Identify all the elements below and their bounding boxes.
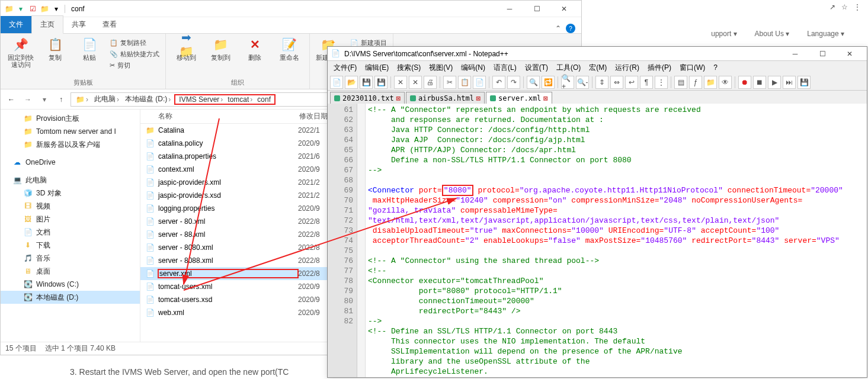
minimize-button[interactable]: ─ <box>496 1 523 17</box>
print-icon[interactable]: 🖨 <box>424 76 437 89</box>
paste-icon[interactable]: 📄 <box>473 76 486 89</box>
replace-icon[interactable]: 🔁 <box>542 76 555 89</box>
save-all-icon[interactable]: 💾 <box>374 76 387 89</box>
crumb-root[interactable]: 📁 › <box>73 95 91 104</box>
func-list-icon[interactable]: ƒ <box>689 76 702 89</box>
qat-checkbox[interactable]: ☑ <box>28 4 37 14</box>
close-button[interactable]: ✕ <box>836 46 863 62</box>
cut-button[interactable]: ✂ 剪切 <box>110 61 159 70</box>
crumb-tomcat[interactable]: tomcat › <box>225 95 255 104</box>
wordwrap-icon[interactable]: ↩ <box>625 76 638 89</box>
menu-item[interactable]: 视图(V) <box>425 62 456 74</box>
play-macro-icon[interactable]: ▶ <box>768 76 781 89</box>
copy-button[interactable]: 📋复制 <box>41 36 69 61</box>
indent-guide-icon[interactable]: ⋮ <box>655 76 668 89</box>
kebab-icon[interactable]: ⋮ <box>854 3 861 11</box>
crumb-pc[interactable]: 此电脑 › <box>92 94 121 104</box>
nav-about-us[interactable]: About Us ▾ <box>755 30 790 38</box>
rename-button[interactable]: 📝重命名 <box>275 36 303 61</box>
new-file-icon[interactable]: 📄 <box>330 76 343 89</box>
help-icon[interactable]: ? <box>566 24 575 33</box>
menu-item[interactable]: 编辑(E) <box>361 62 392 74</box>
record-macro-icon[interactable]: ⏺ <box>738 76 751 89</box>
save-macro-icon[interactable]: 💾 <box>797 76 811 89</box>
forward-button[interactable]: → <box>21 92 35 107</box>
tab-file[interactable]: 文件 <box>1 16 31 33</box>
nav-item[interactable]: 📄文档 <box>1 226 140 239</box>
nav-item[interactable]: 💽本地磁盘 (D:) <box>1 291 140 304</box>
close-tab-icon[interactable]: ⊠ <box>543 94 547 102</box>
star-icon[interactable]: ☆ <box>841 3 848 11</box>
menu-item[interactable]: 插件(P) <box>644 62 675 74</box>
history-dropdown[interactable]: ▾ <box>37 92 52 107</box>
menu-item[interactable]: 设置(T) <box>521 62 552 74</box>
cut-icon[interactable]: ✂ <box>443 76 456 89</box>
menu-item[interactable]: 运行(R) <box>611 62 643 74</box>
nav-item[interactable]: 🎞视频 <box>1 200 140 213</box>
maximize-button[interactable]: ☐ <box>523 1 550 17</box>
paste-shortcut-button[interactable]: 📎 粘贴快捷方式 <box>110 50 159 59</box>
doc-map-icon[interactable]: ▤ <box>674 76 687 89</box>
copy-icon[interactable]: 📋 <box>458 76 471 89</box>
folder-workspace-icon[interactable]: 📁 <box>704 76 717 89</box>
editor-tab[interactable]: 20230110.txt⊠ <box>330 92 405 104</box>
up-button[interactable]: ↑ <box>54 92 68 107</box>
delete-button[interactable]: ✕删除 <box>241 36 269 61</box>
move-to-button[interactable]: ➡📁移动到 <box>172 36 200 61</box>
editor-tab[interactable]: airbusSa.html⊠ <box>406 92 485 104</box>
column-name[interactable]: 名称 <box>140 111 294 121</box>
nav-item[interactable]: 💻此电脑 <box>1 174 140 187</box>
close-all-icon[interactable]: ✕ <box>409 76 422 89</box>
sync-h-icon[interactable]: ⇔ <box>610 76 623 89</box>
close-button[interactable]: ✕ <box>550 1 578 17</box>
menu-item[interactable]: 文件(F) <box>330 62 360 74</box>
minimize-button[interactable]: ─ <box>781 46 809 62</box>
nav-item[interactable]: 🖼图片 <box>1 213 140 226</box>
nav-item[interactable]: 🎵音乐 <box>1 252 140 265</box>
menu-item[interactable]: 宏(M) <box>585 62 610 74</box>
menu-item[interactable]: 编码(N) <box>457 62 489 74</box>
crumb-conf[interactable]: conf <box>255 95 273 104</box>
redo-icon[interactable]: ↷ <box>507 76 520 89</box>
play-multi-icon[interactable]: ⏭ <box>783 76 796 89</box>
npp-editor[interactable]: 61 62 63 64 65 66 67 68 69 70 71 72 73 7… <box>328 104 867 377</box>
open-file-icon[interactable]: 📂 <box>345 76 358 89</box>
code-area[interactable]: <!-- A "Connector" represents an endpoin… <box>366 104 867 377</box>
stop-macro-icon[interactable]: ⏹ <box>753 76 766 89</box>
menu-item[interactable]: 搜索(S) <box>393 62 424 74</box>
crumb-drive[interactable]: 本地磁盘 (D:) › <box>123 94 173 104</box>
sync-v-icon[interactable]: ⇕ <box>595 76 608 89</box>
find-icon[interactable]: 🔍 <box>527 76 540 89</box>
fold-margin[interactable] <box>357 104 366 377</box>
maximize-button[interactable]: ☐ <box>809 46 836 62</box>
tab-share[interactable]: 共享 <box>63 16 94 33</box>
save-icon[interactable]: 💾 <box>360 76 373 89</box>
nav-item[interactable]: 📁Provision主板 <box>1 112 140 125</box>
copy-to-button[interactable]: 📁复制到 <box>206 36 235 61</box>
zoom-in-icon[interactable]: 🔍+ <box>561 76 574 89</box>
nav-item[interactable]: 🧊3D 对象 <box>1 187 140 200</box>
nav-item[interactable]: 🖥桌面 <box>1 265 140 278</box>
navigation-pane[interactable]: 📁Provision主板📁Tomtom new server and I📁新服务… <box>1 110 140 342</box>
menu-item[interactable]: 窗口(W) <box>676 62 709 74</box>
crumb-ivms[interactable]: IVMS Server › <box>177 95 225 104</box>
paste-button[interactable]: 📄粘贴 <box>75 36 104 61</box>
nav-item[interactable]: 📁新服务器以及客户端 <box>1 138 140 151</box>
ribbon-collapse-icon[interactable]: ⌃ <box>555 24 561 33</box>
close-tab-icon[interactable]: ⊠ <box>476 94 481 102</box>
menu-item[interactable]: 语言(L) <box>490 62 520 74</box>
nav-item[interactable]: ☁OneDrive <box>1 156 140 169</box>
tab-view[interactable]: 查看 <box>94 16 125 33</box>
menu-item[interactable]: ? <box>710 62 721 73</box>
nav-support[interactable]: upport ▾ <box>711 30 736 38</box>
monitor-icon[interactable]: 👁 <box>719 76 732 89</box>
menu-item[interactable]: 工具(O) <box>553 62 584 74</box>
back-button[interactable]: ← <box>4 92 18 107</box>
nav-language[interactable]: Language ▾ <box>807 30 844 38</box>
zoom-out-icon[interactable]: 🔍- <box>576 76 589 89</box>
nav-item[interactable]: 📁Tomtom new server and I <box>1 125 140 138</box>
nav-item[interactable]: 💽Windows (C:) <box>1 278 140 291</box>
close-icon[interactable]: ✕ <box>394 76 407 89</box>
pin-to-quick-access-button[interactable]: 📌固定到快 速访问 <box>7 36 35 68</box>
qat-dropdown[interactable]: ▾ <box>52 4 61 14</box>
